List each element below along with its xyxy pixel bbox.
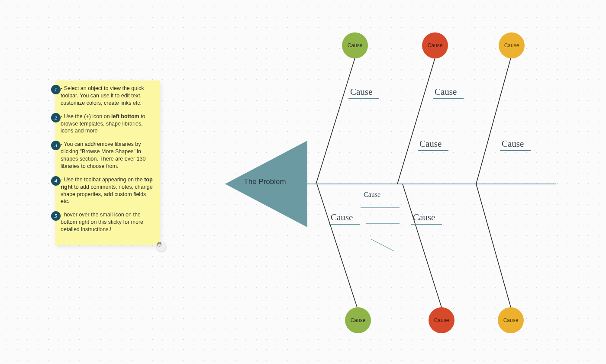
cause-circle-top-3[interactable]: Cause — [499, 32, 525, 58]
fishbone-diagram[interactable]: The Problem Cause Cause Cause Cause Caus… — [0, 0, 606, 364]
cause-circle-top-1[interactable]: Cause — [342, 32, 368, 58]
bone-top-3[interactable] — [476, 58, 511, 184]
cause-circle-label: Cause — [428, 42, 443, 48]
branch-label-mid-right[interactable]: Cause — [500, 139, 531, 151]
problem-label[interactable]: The Problem — [230, 177, 300, 186]
branch-label-top-left[interactable]: Cause — [348, 87, 379, 99]
branch-label-bot-left[interactable]: Cause — [329, 212, 360, 225]
branch-label-mid-mid[interactable]: Cause — [418, 139, 448, 151]
cause-circle-label: Cause — [351, 317, 366, 323]
bone-top-2[interactable] — [397, 58, 435, 184]
cause-circle-label: Cause — [503, 317, 519, 323]
bone-bottom-3[interactable] — [476, 184, 511, 307]
bone-top-1[interactable] — [316, 58, 355, 184]
branch-label-top-mid[interactable]: Cause — [433, 87, 464, 99]
sub-branch-label[interactable]: Cause — [364, 191, 380, 199]
cause-circle-label: Cause — [348, 42, 363, 48]
cause-circle-top-2[interactable]: Cause — [422, 32, 448, 58]
cause-circle-bottom-1[interactable]: Cause — [345, 307, 371, 333]
bone-bottom-1[interactable] — [317, 184, 357, 307]
cause-circle-label: Cause — [434, 317, 449, 323]
cause-circle-bottom-2[interactable]: Cause — [429, 307, 455, 333]
branch-label-bot-mid[interactable]: Cause — [411, 212, 442, 225]
sub-branch-3[interactable] — [371, 239, 394, 251]
bone-bottom-2[interactable] — [403, 184, 442, 307]
cause-circle-bottom-3[interactable]: Cause — [498, 307, 524, 333]
cause-circle-label: Cause — [504, 42, 519, 48]
